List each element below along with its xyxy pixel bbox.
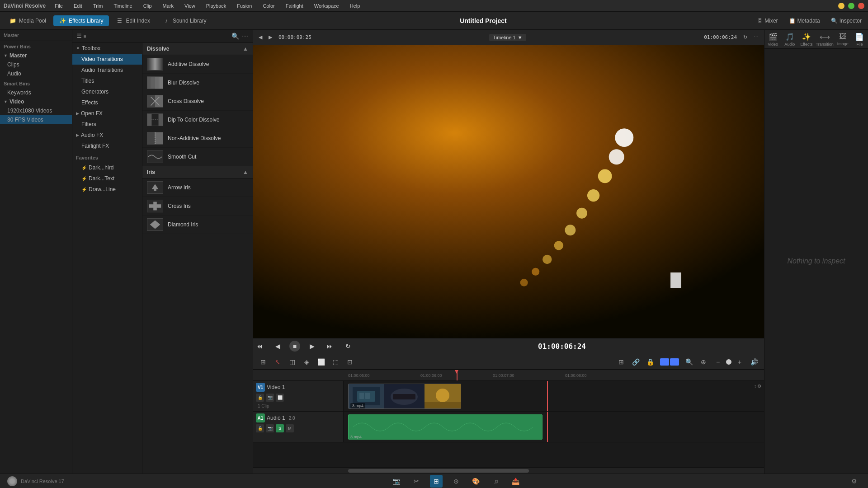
plus-btn[interactable]: + [733,356,746,368]
inspector-tab-effects[interactable]: ✨ Effects [798,30,815,48]
power-bins-clips[interactable]: Clips [0,60,72,69]
inspector-tab-audio[interactable]: 🎵 Audio [781,30,798,48]
zoom-out-btn[interactable]: 🔍 [683,356,695,368]
smart-bins-1920[interactable]: 868x488 Videos [0,106,72,115]
play-reverse-btn[interactable]: ◀ [271,340,284,352]
audio-track-content[interactable]: 3.mp4 [344,412,764,442]
effects-item[interactable]: Effects [72,97,142,108]
dissolve-section-header[interactable]: Dissolve ▲ [142,43,253,55]
metadata-btn[interactable]: 📋 Metadata [786,17,823,25]
audio-clip[interactable] [348,414,542,440]
settings-btn[interactable]: ⚙ [848,475,861,488]
timeline-scrollbar[interactable] [253,467,764,474]
solo-btn[interactable]: S [276,424,284,432]
search-effects-btn[interactable]: 🔍 [231,33,239,40]
preview-more-btn[interactable]: ⋯ [752,33,760,41]
camera-track-btn[interactable]: 📷 [266,394,274,402]
minus-btn[interactable]: − [712,356,724,368]
slip-tool-btn[interactable]: ⬚ [329,356,342,368]
effect-cross-dissolve[interactable]: Cross Dissolve [142,92,253,111]
inspector-tab-file[interactable]: 📄 File [851,30,868,48]
inspector-tab-image[interactable]: 🖼 Image [835,30,851,48]
tab-media-pool[interactable]: 📁 Media Pool [4,15,52,26]
effect-smooth-cut[interactable]: Smooth Cut [142,148,253,166]
go-to-end-btn[interactable]: ⏭ [324,340,336,352]
zoom-in-btn[interactable]: ⊕ [697,356,710,368]
blade-tool-btn[interactable]: ⬜ [315,356,327,368]
smart-bins-keywords[interactable]: Keywords [0,88,72,97]
inspector-tab-video[interactable]: 🎬 Video [764,30,781,48]
menu-trim[interactable]: Trim [91,2,105,9]
effect-arrow-iris[interactable]: Arrow Iris [142,178,253,197]
menu-color[interactable]: Color [261,2,276,9]
menu-clip[interactable]: Clip [142,2,154,9]
menu-mark[interactable]: Mark [161,2,175,9]
menu-view[interactable]: View [183,2,197,9]
clip-ctrl-1[interactable]: ↕ [754,384,756,389]
lock-btn[interactable]: 🔒 [644,356,656,368]
color-btn-2[interactable] [670,358,679,366]
close-button[interactable] [858,3,864,9]
page-fairlight-btn[interactable]: ♬ [490,475,502,488]
fav-dark-text[interactable]: ⚡ Dark...Text [72,173,142,184]
preview-nav-right[interactable]: ▶ [267,33,274,41]
preview-refresh-btn[interactable]: ↻ [741,33,749,41]
menu-fusion[interactable]: Fusion [235,2,254,9]
menu-workspace[interactable]: Workspace [312,2,341,9]
inspector-btn[interactable]: 🔍 Inspector [828,17,864,25]
lock-track-btn[interactable]: 🔒 [256,394,264,402]
fairlight-fx-item[interactable]: Fairlight FX [72,141,142,151]
effect-blur-dissolve[interactable]: Blur Dissolve [142,74,253,92]
mode-select-btn[interactable]: ⊞ [257,356,269,368]
scrollbar-thumb[interactable] [348,469,529,473]
menu-timeline[interactable]: Timeline [112,2,134,9]
effect-diamond-iris[interactable]: Diamond Iris [142,216,253,234]
dynamic-trim-btn[interactable]: ◈ [300,356,313,368]
audio-fx-header[interactable]: ▶ Audio FX [72,130,142,141]
toolbox-header[interactable]: ▼ Toolbox [72,43,142,54]
loop-btn[interactable]: ↻ [342,340,354,352]
slide-tool-btn[interactable]: ⊡ [344,356,356,368]
camera-audio-btn[interactable]: 📷 [266,424,274,432]
open-fx-header[interactable]: ▶ Open FX [72,108,142,119]
tab-effects-library[interactable]: ✨ Effects Library [53,15,108,26]
fav-dark-hird[interactable]: ⚡ Dark...hird [72,162,142,173]
page-color-btn[interactable]: 🎨 [470,475,482,488]
play-btn[interactable]: ▶ [306,340,318,352]
effect-dip-color-dissolve[interactable]: Dip To Color Dissolve [142,111,253,129]
video-transitions-item[interactable]: Video Transitions [72,54,142,65]
preview-nav-left[interactable]: ◀ [257,33,264,41]
volume-btn[interactable]: 🔊 [748,356,760,368]
maximize-button[interactable] [848,3,854,9]
tab-edit-index[interactable]: ☰ Edit Index [111,15,156,26]
mixer-btn[interactable]: 🎛 Mixer [755,17,780,25]
tab-sound-library[interactable]: ♪ Sound Library [157,15,212,26]
power-bins-master[interactable]: ▼ Master [0,51,72,60]
page-fusion-btn[interactable]: ⊛ [450,475,462,488]
smart-bins-30fps[interactable]: 30 FPS Videos [0,115,72,124]
mute-btn[interactable]: M [286,424,294,432]
audio-transitions-item[interactable]: Audio Transitions [72,65,142,75]
minimize-button[interactable] [838,3,844,9]
snap-btn[interactable]: ⊞ [615,356,627,368]
effect-additive-dissolve[interactable]: Additive Dissolve [142,55,253,74]
page-edit-btn[interactable]: ⊞ [430,475,443,488]
effects-options-btn[interactable]: ⋯ [242,33,248,40]
fav-draw-line[interactable]: ⚡ Draw...Line [72,184,142,195]
stop-btn[interactable]: ■ [289,341,300,352]
resize-track-btn[interactable]: ⬜ [276,394,284,402]
video-track-content[interactable]: 3.mp4 ↕ ⚙ [344,381,764,411]
menu-edit[interactable]: Edit [72,2,84,9]
menu-fairlight[interactable]: Fairlight [284,2,305,9]
page-cut-btn[interactable]: ✂ [410,475,423,488]
iris-section-header[interactable]: Iris ▲ [142,166,253,178]
page-deliver-btn[interactable]: 📤 [509,475,522,488]
effect-cross-iris[interactable]: Cross Iris [142,197,253,216]
titles-item[interactable]: Titles [72,75,142,86]
clip-ctrl-2[interactable]: ⚙ [757,384,761,389]
generators-item[interactable]: Generators [72,86,142,97]
color-btn-1[interactable] [660,358,669,366]
trim-tool-btn[interactable]: ◫ [286,356,298,368]
timeline-label[interactable]: Timeline 1 ▼ [489,34,526,41]
link-btn[interactable]: 🔗 [629,356,642,368]
